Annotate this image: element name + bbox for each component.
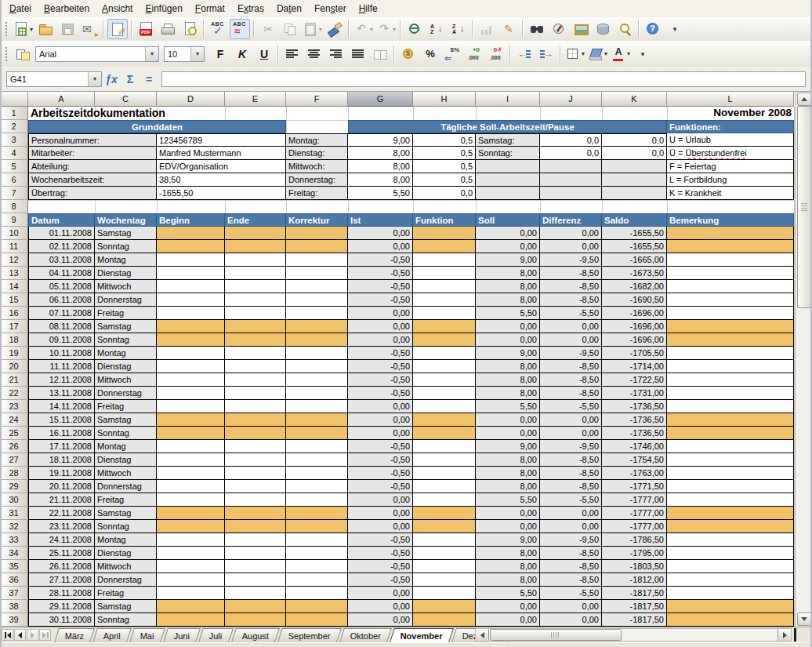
soll-hours-7[interactable]: 5,50 [348, 187, 413, 200]
cell-A10[interactable]: 01.11.2008 [28, 227, 95, 240]
cell-J17[interactable]: 0,00 [540, 320, 602, 333]
soll-day-label-7[interactable]: Freitag: [286, 187, 348, 200]
cell-H23[interactable] [413, 400, 476, 413]
underline-button[interactable] [254, 44, 274, 64]
pause-hours-4[interactable]: 0,5 [413, 147, 476, 160]
cell-C33[interactable]: Montag [95, 533, 157, 547]
row-header-29[interactable]: 29 [0, 480, 28, 493]
empty-K7[interactable] [602, 187, 667, 200]
open-document-button[interactable] [35, 19, 56, 39]
cell-H35[interactable] [413, 560, 476, 573]
cell-E37[interactable] [225, 587, 286, 600]
cell-A11[interactable]: 02.11.2008 [28, 240, 95, 253]
cell-L15[interactable] [667, 293, 794, 307]
row-header-22[interactable]: 22 [0, 387, 28, 400]
cell-L37[interactable] [667, 587, 794, 600]
cell-D12[interactable] [157, 253, 225, 267]
cell-A25[interactable]: 16.11.2008 [28, 427, 95, 440]
previous-sheet-button[interactable] [14, 629, 26, 641]
cell-C39[interactable]: Sonntag [95, 613, 157, 627]
merge-cells-button[interactable] [370, 44, 390, 64]
font-color-button[interactable]: ▾ [610, 44, 631, 64]
cell-I37[interactable]: 5,50 [476, 587, 540, 600]
toolbar-options-button[interactable] [665, 19, 685, 39]
borders-button[interactable]: ▾ [564, 44, 585, 64]
cell-H34[interactable] [413, 547, 476, 560]
cell-E35[interactable] [225, 560, 286, 573]
cell-C36[interactable]: Donnerstag [95, 573, 157, 587]
cell-C15[interactable]: Donnerstag [95, 293, 157, 307]
cell-D18[interactable] [157, 333, 225, 347]
cell-I18[interactable]: 0,00 [476, 333, 540, 347]
cell-C10[interactable]: Samstag [95, 227, 157, 240]
empty-J5[interactable] [540, 160, 602, 173]
cell-K22[interactable]: -1731,00 [602, 387, 667, 400]
paste-button[interactable]: ▾ [302, 19, 323, 39]
cell-F24[interactable] [286, 413, 348, 427]
save-document-button[interactable] [57, 19, 78, 39]
find-replace-button[interactable] [527, 19, 547, 39]
empty-K6[interactable] [602, 173, 667, 187]
cell-C14[interactable]: Mittwoch [95, 280, 157, 293]
cell-I14[interactable]: 8,00 [476, 280, 540, 293]
table-header-wochentag[interactable]: Wochentag [95, 213, 157, 227]
cell-F30[interactable] [286, 493, 348, 507]
funktionen-header[interactable]: Funktionen: [667, 120, 794, 133]
funktion-item-7[interactable]: K = Krankheit [667, 187, 794, 200]
cell-K26[interactable]: -1746,00 [602, 440, 667, 453]
cell-E12[interactable] [225, 253, 286, 267]
cell-D39[interactable] [157, 613, 225, 627]
row-header-24[interactable]: 24 [0, 413, 28, 427]
empty-I5[interactable] [476, 160, 540, 173]
soll-day-label-4[interactable]: Dienstag: [286, 147, 348, 160]
cell-G27[interactable]: -0,50 [348, 453, 413, 467]
align-left-button[interactable] [282, 44, 303, 64]
cell-D23[interactable] [157, 400, 225, 413]
grunddaten-header[interactable]: Grunddaten [28, 120, 286, 133]
cell-F23[interactable] [286, 400, 348, 413]
cell-I12[interactable]: 9,00 [476, 253, 540, 267]
cell-I38[interactable]: 0,00 [476, 600, 540, 613]
cell-I27[interactable]: 8,00 [476, 453, 540, 467]
cell-A12[interactable]: 03.11.2008 [28, 253, 95, 267]
cell-F21[interactable] [286, 373, 348, 387]
cell-F13[interactable] [286, 267, 348, 280]
cell-A17[interactable]: 08.11.2008 [28, 320, 95, 333]
cell-G19[interactable]: -0,50 [348, 347, 413, 360]
number-format-percent-button[interactable] [420, 44, 440, 64]
borders-dropdown-icon[interactable]: ▾ [582, 50, 585, 57]
cell-L33[interactable] [667, 533, 794, 547]
cell-H12[interactable] [413, 253, 476, 267]
cell-D22[interactable] [157, 387, 225, 400]
cell-E19[interactable] [225, 347, 286, 360]
cell-E25[interactable] [225, 427, 286, 440]
row-header-34[interactable]: 34 [0, 547, 28, 560]
row-header-8[interactable]: 8 [0, 200, 28, 213]
cell-J32[interactable]: 0,00 [540, 520, 602, 533]
cell-C29[interactable]: Donnerstag [95, 480, 157, 493]
cell-K24[interactable]: -1736,50 [602, 413, 667, 427]
cell-E27[interactable] [225, 453, 286, 467]
cell-H10[interactable] [413, 227, 476, 240]
grunddaten-value-4[interactable]: Manfred Mustermann [157, 147, 286, 160]
cell-K37[interactable]: -1817,50 [602, 587, 667, 600]
name-box-dropdown-icon[interactable]: ▾ [88, 72, 101, 86]
table-header-funktion[interactable]: Funktion [413, 213, 476, 227]
menu-item-fenster[interactable]: Fenster [308, 2, 353, 16]
cell-E20[interactable] [225, 360, 286, 373]
font-size-combo[interactable]: 10 ▾ [164, 46, 205, 62]
cell-G11[interactable]: 0,00 [348, 240, 413, 253]
cell-A35[interactable]: 26.11.2008 [28, 560, 95, 573]
cell-F16[interactable] [286, 307, 348, 320]
period-cell[interactable]: November 2008 [667, 107, 794, 120]
cell-K10[interactable]: -1655,50 [602, 227, 667, 240]
cell-C11[interactable]: Sonntag [95, 240, 157, 253]
grunddaten-value-3[interactable]: 123456789 [157, 133, 286, 147]
cell-H16[interactable] [413, 307, 476, 320]
cell-J30[interactable]: -5,50 [540, 493, 602, 507]
cell-H15[interactable] [413, 293, 476, 307]
vertical-scroll-thumb[interactable] [797, 106, 811, 308]
cell-G20[interactable]: -0,50 [348, 360, 413, 373]
cell-H39[interactable] [413, 613, 476, 627]
navigator-button[interactable] [549, 19, 569, 39]
